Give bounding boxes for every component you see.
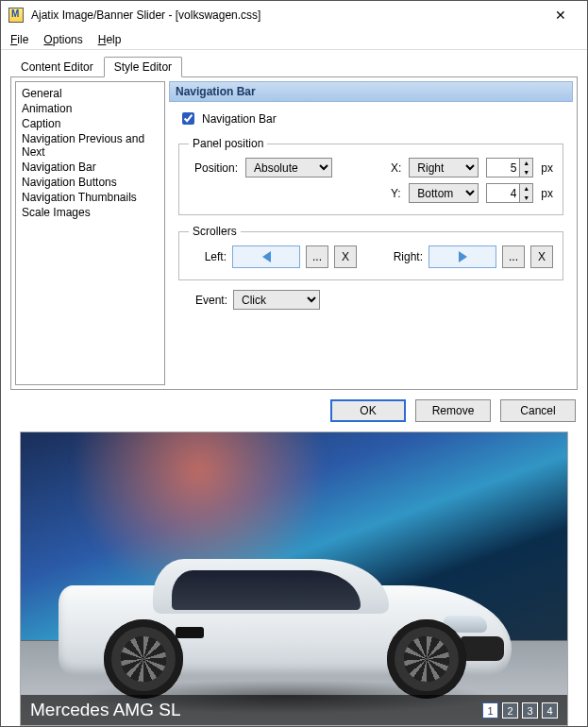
navigation-bar-checkbox-label: Navigation Bar [202, 112, 277, 126]
remove-button[interactable]: Remove [415, 399, 491, 422]
left-browse-button[interactable]: ... [306, 245, 328, 268]
sidebar-item-scale-images[interactable]: Scale Images [22, 205, 159, 220]
x-up-icon[interactable]: ▲ [520, 159, 532, 168]
navigation-bar-checkbox-input[interactable] [182, 112, 194, 125]
page-1[interactable]: 1 [482, 702, 498, 719]
position-select[interactable]: Absolute [245, 158, 332, 178]
x-label: X: [391, 161, 401, 175]
tabs: Content Editor Style Editor [10, 57, 578, 77]
sidebar-item-nav-buttons[interactable]: Navigation Buttons [22, 175, 159, 190]
y-anchor-select[interactable]: Bottom [409, 183, 479, 203]
cancel-button[interactable]: Cancel [500, 399, 576, 422]
menu-help[interactable]: Help [98, 33, 122, 46]
panel-position-group: Panel position Position: Absolute X: Rig… [178, 137, 563, 215]
sidebar-item-nav-thumbnails[interactable]: Navigation Thumbnails [22, 190, 159, 205]
sidebar-item-nav-bar[interactable]: Navigation Bar [22, 160, 159, 175]
menu-file[interactable]: File [10, 33, 28, 46]
y-down-icon[interactable]: ▼ [520, 194, 532, 203]
page-3[interactable]: 3 [522, 702, 538, 719]
y-value-spin[interactable]: ▲▼ [486, 183, 533, 203]
caption-bar: Mercedes AMG SL 1 2 3 4 [21, 695, 567, 725]
page-4[interactable]: 4 [542, 702, 558, 719]
panel-position-legend: Panel position [189, 137, 267, 150]
style-category-list: General Animation Caption Navigation Pre… [15, 81, 165, 385]
page-2[interactable]: 2 [502, 702, 518, 719]
ok-button[interactable]: OK [330, 399, 406, 422]
slide-caption: Mercedes AMG SL [30, 700, 180, 720]
sidebar-item-nav-prev-next[interactable]: Navigation Previous and Next [22, 131, 159, 160]
x-value-input[interactable] [486, 158, 520, 178]
right-browse-button[interactable]: ... [502, 245, 525, 268]
sidebar-item-general[interactable]: General [22, 86, 159, 101]
event-label: Event: [178, 294, 227, 307]
right-arrow-preview[interactable] [428, 245, 496, 268]
car-illustration [59, 548, 512, 699]
titlebar: Ajatix Image/Banner Slider - [volkswagen… [1, 1, 587, 29]
y-label: Y: [391, 187, 401, 200]
x-down-icon[interactable]: ▼ [520, 168, 532, 178]
window-title: Ajatix Image/Banner Slider - [volkswagen… [31, 8, 542, 22]
y-up-icon[interactable]: ▲ [520, 184, 532, 194]
pager: 1 2 3 4 [482, 702, 558, 719]
position-label: Position: [189, 161, 238, 175]
slider-preview: Mercedes AMG SL 1 2 3 4 [20, 431, 568, 726]
tab-content-editor[interactable]: Content Editor [10, 57, 104, 77]
chevron-right-icon [459, 251, 467, 262]
x-value-spin[interactable]: ▲▼ [486, 158, 533, 178]
sidebar-item-animation[interactable]: Animation [22, 101, 159, 116]
left-arrow-preview[interactable] [232, 245, 300, 268]
y-value-input[interactable] [486, 183, 520, 203]
menubar: File Options Help [1, 29, 587, 50]
left-label: Left: [189, 250, 227, 263]
event-select[interactable]: Click [233, 290, 320, 310]
x-unit: px [541, 161, 553, 175]
section-title: Navigation Bar [169, 81, 573, 102]
tab-style-editor[interactable]: Style Editor [104, 57, 182, 77]
y-unit: px [541, 187, 553, 200]
x-anchor-select[interactable]: Right [409, 158, 479, 178]
left-clear-button[interactable]: X [334, 245, 357, 268]
close-icon[interactable]: ✕ [542, 8, 580, 23]
scrollers-legend: Scrollers [189, 225, 241, 238]
right-clear-button[interactable]: X [530, 245, 553, 268]
menu-options[interactable]: Options [43, 33, 82, 46]
sidebar-item-caption[interactable]: Caption [22, 116, 159, 131]
app-icon [8, 8, 24, 23]
navigation-bar-checkbox[interactable]: Navigation Bar [178, 110, 563, 127]
chevron-left-icon [262, 251, 271, 262]
right-label: Right: [385, 250, 423, 263]
scrollers-group: Scrollers Left: ... X Right: ... X [178, 225, 563, 280]
